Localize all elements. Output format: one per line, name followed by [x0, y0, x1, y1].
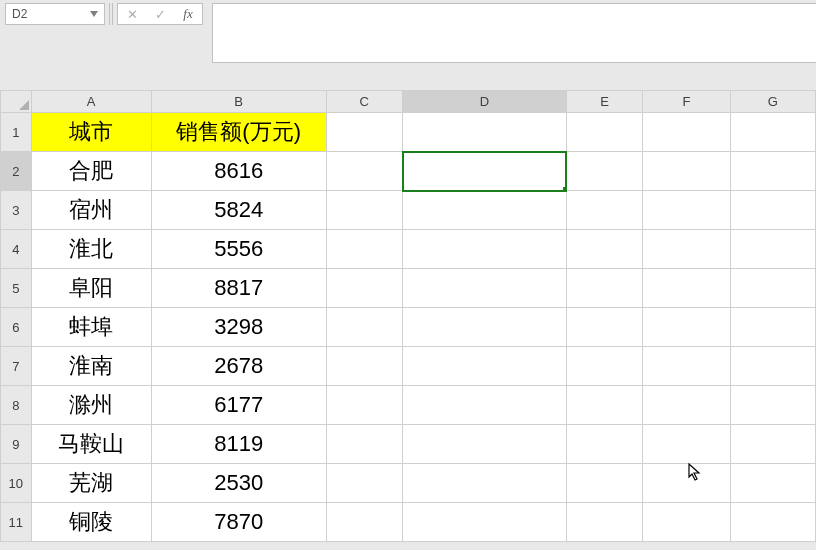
select-all-corner[interactable] [1, 91, 32, 113]
cell-E2[interactable] [566, 152, 642, 191]
cell-F4[interactable] [643, 230, 730, 269]
row-header-11[interactable]: 11 [1, 503, 32, 542]
cell-E9[interactable] [566, 425, 642, 464]
cell-B1[interactable]: 销售额(万元) [151, 113, 326, 152]
row-header-10[interactable]: 10 [1, 464, 32, 503]
cell-G6[interactable] [730, 308, 815, 347]
cell-D5[interactable] [403, 269, 567, 308]
cell-C11[interactable] [326, 503, 402, 542]
cell-F9[interactable] [643, 425, 730, 464]
cell-C1[interactable] [326, 113, 402, 152]
cell-C5[interactable] [326, 269, 402, 308]
cell-E7[interactable] [566, 347, 642, 386]
cell-C6[interactable] [326, 308, 402, 347]
cell-A4[interactable]: 淮北 [31, 230, 151, 269]
cell-B3[interactable]: 5824 [151, 191, 326, 230]
col-header-A[interactable]: A [31, 91, 151, 113]
cell-A3[interactable]: 宿州 [31, 191, 151, 230]
cell-C9[interactable] [326, 425, 402, 464]
row-header-1[interactable]: 1 [1, 113, 32, 152]
cell-G4[interactable] [730, 230, 815, 269]
cell-B9[interactable]: 8119 [151, 425, 326, 464]
cell-F1[interactable] [643, 113, 730, 152]
cancel-icon[interactable]: ✕ [118, 4, 146, 24]
cell-C10[interactable] [326, 464, 402, 503]
cell-D3[interactable] [403, 191, 567, 230]
cell-G10[interactable] [730, 464, 815, 503]
cell-B11[interactable]: 7870 [151, 503, 326, 542]
row-header-3[interactable]: 3 [1, 191, 32, 230]
row-header-7[interactable]: 7 [1, 347, 32, 386]
spreadsheet-grid[interactable]: A B C D E F G 1 城市 销售额(万元) [0, 90, 816, 542]
col-header-G[interactable]: G [730, 91, 815, 113]
cell-F7[interactable] [643, 347, 730, 386]
cell-D6[interactable] [403, 308, 567, 347]
cell-F11[interactable] [643, 503, 730, 542]
cell-A11[interactable]: 铜陵 [31, 503, 151, 542]
cell-A10[interactable]: 芜湖 [31, 464, 151, 503]
cell-F5[interactable] [643, 269, 730, 308]
cell-G7[interactable] [730, 347, 815, 386]
col-header-C[interactable]: C [326, 91, 402, 113]
cell-B5[interactable]: 8817 [151, 269, 326, 308]
cell-B10[interactable]: 2530 [151, 464, 326, 503]
cell-D2[interactable] [403, 152, 567, 191]
cell-F6[interactable] [643, 308, 730, 347]
cell-D7[interactable] [403, 347, 567, 386]
cell-G2[interactable] [730, 152, 815, 191]
row-header-2[interactable]: 2 [1, 152, 32, 191]
formula-input[interactable] [212, 3, 816, 63]
cell-D1[interactable] [403, 113, 567, 152]
cell-F2[interactable] [643, 152, 730, 191]
cell-D10[interactable] [403, 464, 567, 503]
cell-G3[interactable] [730, 191, 815, 230]
cell-E5[interactable] [566, 269, 642, 308]
cell-F3[interactable] [643, 191, 730, 230]
cell-G5[interactable] [730, 269, 815, 308]
row-header-9[interactable]: 9 [1, 425, 32, 464]
fx-icon[interactable]: fx [174, 4, 202, 24]
cell-C2[interactable] [326, 152, 402, 191]
cell-A5[interactable]: 阜阳 [31, 269, 151, 308]
cell-E8[interactable] [566, 386, 642, 425]
cell-D9[interactable] [403, 425, 567, 464]
cell-G8[interactable] [730, 386, 815, 425]
cell-B7[interactable]: 2678 [151, 347, 326, 386]
row-header-6[interactable]: 6 [1, 308, 32, 347]
cell-D11[interactable] [403, 503, 567, 542]
cell-A2[interactable]: 合肥 [31, 152, 151, 191]
cell-A1[interactable]: 城市 [31, 113, 151, 152]
cell-G9[interactable] [730, 425, 815, 464]
cell-E3[interactable] [566, 191, 642, 230]
cell-E10[interactable] [566, 464, 642, 503]
cell-A9[interactable]: 马鞍山 [31, 425, 151, 464]
row-header-8[interactable]: 8 [1, 386, 32, 425]
cell-B8[interactable]: 6177 [151, 386, 326, 425]
row-header-5[interactable]: 5 [1, 269, 32, 308]
cell-C7[interactable] [326, 347, 402, 386]
cell-B4[interactable]: 5556 [151, 230, 326, 269]
cell-G11[interactable] [730, 503, 815, 542]
cell-E6[interactable] [566, 308, 642, 347]
name-box[interactable]: D2 [5, 3, 105, 25]
cell-A6[interactable]: 蚌埠 [31, 308, 151, 347]
cell-E1[interactable] [566, 113, 642, 152]
cell-A7[interactable]: 淮南 [31, 347, 151, 386]
cell-E4[interactable] [566, 230, 642, 269]
cell-C3[interactable] [326, 191, 402, 230]
col-header-B[interactable]: B [151, 91, 326, 113]
cell-B2[interactable]: 8616 [151, 152, 326, 191]
cell-F10[interactable] [643, 464, 730, 503]
cell-G1[interactable] [730, 113, 815, 152]
cell-C4[interactable] [326, 230, 402, 269]
row-header-4[interactable]: 4 [1, 230, 32, 269]
cell-E11[interactable] [566, 503, 642, 542]
col-header-F[interactable]: F [643, 91, 730, 113]
col-header-E[interactable]: E [566, 91, 642, 113]
cell-A8[interactable]: 滁州 [31, 386, 151, 425]
confirm-icon[interactable]: ✓ [146, 4, 174, 24]
cell-B6[interactable]: 3298 [151, 308, 326, 347]
cell-D8[interactable] [403, 386, 567, 425]
cell-F8[interactable] [643, 386, 730, 425]
cell-C8[interactable] [326, 386, 402, 425]
